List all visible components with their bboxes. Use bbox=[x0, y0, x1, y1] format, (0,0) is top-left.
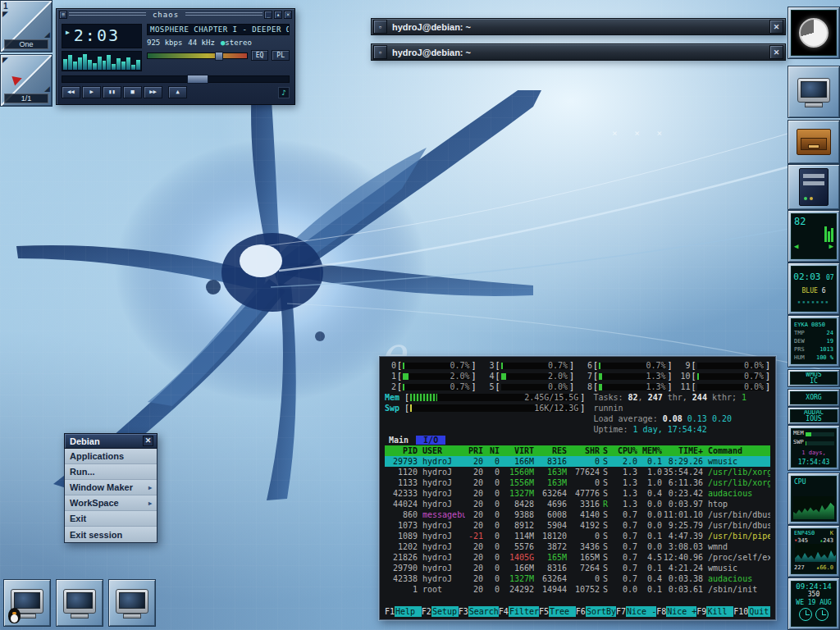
dock-tile-weather[interactable]: EYKA 0850 TMP24 DEW19 PRS1013 HUM100 % bbox=[788, 315, 840, 368]
dock-tile-network-monitor[interactable]: ENP4S0K ▾345 ▴243 227 ▴66.0 bbox=[788, 525, 840, 578]
titlebar-stripe bbox=[69, 12, 146, 17]
fkey-f9: F9Kill bbox=[696, 606, 733, 617]
player-title: chaos bbox=[148, 11, 184, 19]
terminal-1-titlebar[interactable]: ▫ hydroJ@debian: ~ ✕ bbox=[371, 18, 786, 35]
terminal-1-miniaturize-button[interactable]: ▫ bbox=[373, 20, 387, 34]
player-menu-button[interactable]: ≡ bbox=[59, 11, 67, 19]
player-logo-icon: ♪ bbox=[278, 87, 290, 98]
process-row: 860messagebus200938860084140S0.70.011:01… bbox=[385, 509, 770, 520]
dock-tile-xorg[interactable]: XORG bbox=[788, 389, 840, 407]
volume-slider[interactable] bbox=[147, 52, 248, 59]
root-menu-items: ApplicationsRun...Window Maker▸WorkSpace… bbox=[64, 449, 158, 543]
cpu-meter-8: 8[1.3%] bbox=[581, 381, 673, 392]
dock-tile-mixer[interactable]: 82 ◀ ▶ bbox=[788, 210, 840, 262]
dock-tile-memload[interactable]: MEM SWP 1 days, 17:54:43 bbox=[788, 425, 840, 471]
bottom-clock-date: WE 19 AUG bbox=[792, 599, 836, 607]
volume-slider-handle[interactable] bbox=[215, 52, 223, 61]
workspace-pager-tile[interactable]: 1 ◤ ◢ One bbox=[0, 0, 52, 52]
seek-slider-handle[interactable] bbox=[187, 75, 208, 84]
appicon-terminal-tux[interactable] bbox=[3, 579, 51, 627]
player-shade-button[interactable]: ▴ bbox=[274, 11, 282, 19]
spectrum-analyzer bbox=[62, 51, 142, 71]
root-menu-titlebar[interactable]: Debian ✕ bbox=[64, 433, 158, 449]
desktop: e × × × 1 ◤ ◢ One ◤ ◢ 1/1 ≡ chaos _ ▴ ✕ … bbox=[0, 0, 840, 630]
clip-back-arrow-icon[interactable]: ◤ bbox=[2, 57, 8, 64]
htop-window[interactable]: 0[0.7%]3[0.7%]6[0.7%]9[0.0%]1[2.0%]4[2.0… bbox=[379, 356, 776, 620]
root-menu[interactable]: Debian ✕ ApplicationsRun...Window Maker▸… bbox=[64, 433, 158, 543]
dock-tile-clock-analog[interactable]: 09:24:14 350 WE 19 AUG bbox=[788, 578, 840, 630]
dock-tile-server[interactable] bbox=[788, 164, 840, 210]
drawer-icon bbox=[797, 129, 831, 155]
workspace-name-label: One bbox=[4, 39, 48, 49]
player-minimize-button[interactable]: _ bbox=[264, 11, 272, 19]
track-title-marquee: MOSPHERE CHAPTER I - DEEPER ORL bbox=[147, 24, 290, 35]
process-row: 42338hydroJ2001327M632640S0.70.40:03.38a… bbox=[385, 573, 770, 584]
cpu-monitor-label: CPU bbox=[792, 477, 836, 486]
memload-uptime-days: 1 days, bbox=[792, 449, 836, 458]
htop-tabs: MainI/O bbox=[385, 435, 770, 445]
terminal-2-titlebar[interactable]: ▫ hydroJ@debian: ~ ✕ bbox=[371, 43, 786, 61]
eject-button[interactable]: ▲ bbox=[168, 86, 187, 98]
root-menu-close-button[interactable]: ✕ bbox=[143, 436, 153, 446]
dock-clock-seconds: 07 bbox=[826, 274, 834, 281]
clip-forward-arrow-icon[interactable]: ◢ bbox=[44, 85, 50, 93]
dock-tile-cpu-monitor[interactable]: CPU bbox=[788, 472, 840, 525]
play-indicator-icon: ▶ bbox=[66, 29, 70, 46]
menu-item-exit[interactable]: Exit bbox=[65, 511, 157, 527]
player-titlebar[interactable]: ≡ chaos _ ▴ ✕ bbox=[57, 9, 294, 21]
previous-button[interactable]: ◀◀ bbox=[62, 86, 80, 98]
htop-uptime-line: Uptime: 1 day, 17:54:42 bbox=[593, 424, 770, 435]
dock-tile-wmusic[interactable]: WMUSIC bbox=[788, 369, 840, 387]
submenu-arrow-icon: ▸ bbox=[148, 484, 152, 491]
terminal-window-2[interactable]: ▫ hydroJ@debian: ~ ✕ bbox=[371, 43, 786, 61]
stop-button[interactable]: ■ bbox=[123, 86, 142, 98]
audio-player-window[interactable]: ≡ chaos _ ▴ ✕ ▶ 2:03 MOSPHERE CHAPTER I … bbox=[56, 8, 295, 105]
dock-tile-drawer[interactable] bbox=[788, 120, 840, 164]
terminal-window-1[interactable]: ▫ hydroJ@debian: ~ ✕ bbox=[371, 18, 786, 35]
htop-mem-meter: Mem[ 2.45G/15.5G ] bbox=[385, 392, 585, 403]
menu-item-applications[interactable]: Applications bbox=[65, 449, 157, 464]
mixer-next-channel-button[interactable]: ▶ bbox=[829, 242, 833, 250]
playback-time: 2:03 bbox=[74, 26, 120, 46]
wmaker-logo-icon bbox=[799, 18, 829, 48]
htop-function-keys: F1HelpF2SetupF3SearchF4FilterF5TreeF6Sor… bbox=[385, 606, 770, 617]
cpu-meter-6: 6[0.7%] bbox=[581, 360, 673, 371]
fkey-f1: F1Help bbox=[385, 606, 422, 617]
clip-tile[interactable]: ◤ ◢ 1/1 bbox=[0, 54, 52, 107]
equalizer-button[interactable]: EQ bbox=[251, 50, 269, 61]
play-button[interactable]: ▶ bbox=[82, 86, 101, 98]
seek-slider[interactable] bbox=[62, 75, 290, 83]
analog-dial-icon bbox=[815, 608, 829, 621]
cpu-meter-1: 1[2.0%] bbox=[385, 371, 477, 381]
dock-tile-audacious[interactable]: AUDACIOUS bbox=[788, 407, 840, 425]
mixer-volume-value: 82 bbox=[794, 216, 806, 227]
pause-button[interactable]: ▮▮ bbox=[103, 86, 121, 98]
monitor-icon bbox=[116, 589, 148, 614]
menu-item-run[interactable]: Run... bbox=[65, 464, 157, 480]
pager-prev-arrow-icon[interactable]: ◤ bbox=[2, 11, 8, 18]
appicon-terminal-2[interactable] bbox=[56, 579, 103, 627]
player-close-button[interactable]: ✕ bbox=[284, 11, 292, 19]
terminal-2-close-button[interactable]: ✕ bbox=[769, 45, 783, 59]
menu-item-workspace[interactable]: WorkSpace▸ bbox=[65, 495, 157, 511]
mixer-prev-channel-button[interactable]: ◀ bbox=[794, 242, 798, 250]
dock-tile-clock[interactable]: 02:03 07 BLUE 6 ▪▪▪▪▪▪▪ bbox=[788, 262, 840, 315]
process-row: 1073hydroJ200891259044192S0.70.09:25.79/… bbox=[385, 520, 770, 531]
playlist-button[interactable]: PL bbox=[272, 50, 290, 61]
dock-tile-wmaker-logo[interactable] bbox=[788, 7, 840, 59]
weather-station: EYKA 0850 bbox=[792, 321, 836, 329]
terminal-1-close-button[interactable]: ✕ bbox=[769, 20, 783, 34]
appicon-terminal-3[interactable] bbox=[108, 579, 156, 627]
monitor-icon bbox=[63, 589, 96, 614]
fkey-f5: F5Tree bbox=[539, 606, 576, 617]
menu-item-exit-session[interactable]: Exit session bbox=[65, 527, 157, 542]
process-row: 42333hydroJ2001327M6326447776S1.30.40:23… bbox=[385, 488, 770, 499]
cpu-meter-10: 10[0.7%] bbox=[679, 371, 771, 381]
analog-dial-icon bbox=[799, 608, 812, 621]
terminal-2-miniaturize-button[interactable]: ▫ bbox=[373, 45, 387, 59]
menu-item-window-maker[interactable]: Window Maker▸ bbox=[65, 480, 157, 495]
dock-tile-filemanager[interactable] bbox=[788, 66, 840, 118]
pager-next-arrow-icon[interactable]: ◢ bbox=[44, 31, 50, 39]
next-button[interactable]: ▶▶ bbox=[144, 86, 162, 98]
process-row: 44024hydroJ200842846963316R1.30.00:03.97… bbox=[385, 499, 770, 509]
